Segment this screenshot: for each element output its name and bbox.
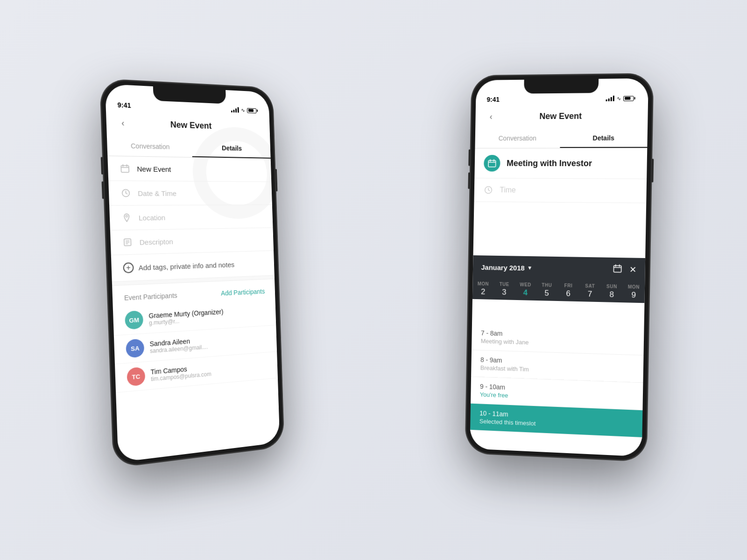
phone-left-screen: 9:41 ∿ ‹ New Event Conv [105, 84, 280, 462]
tab-details-left[interactable]: Details [191, 137, 270, 159]
event-title-text: Meeting with Investor [507, 158, 592, 168]
month-year-display[interactable]: January 2018 ▾ [481, 263, 531, 272]
svg-point-7 [126, 215, 127, 217]
svg-line-6 [126, 193, 127, 194]
weekday-wed[interactable]: WED 4 [514, 282, 536, 298]
add-participants-button[interactable]: Add Participants [221, 287, 265, 297]
form-row-location[interactable]: Location [109, 205, 273, 231]
datetime-form-icon [120, 188, 131, 198]
nav-bar-right: ‹ New Event [475, 104, 648, 128]
participant-info-gm: Graeme Murty (Organizer) g.murty@r... [148, 306, 266, 326]
phone-right: 9:41 ∿ ‹ New Event Conv [465, 73, 654, 462]
status-icons-left: ∿ [231, 106, 257, 113]
calendar-close-button[interactable]: ✕ [629, 265, 637, 275]
location-field: Location [139, 213, 166, 222]
weekday-fri[interactable]: FRI 6 [557, 283, 579, 299]
tabs-left: Conversation Details [107, 135, 271, 159]
back-button-right[interactable]: ‹ [485, 110, 498, 123]
calendar-picker: January 2018 ▾ [472, 255, 645, 303]
timeslots-container: 7 - 8am Meeting with Jane 8 - 9am Breakf… [470, 323, 644, 456]
datetime-field: Date & Time [138, 189, 176, 197]
avatar-gm: GM [125, 310, 143, 329]
event-name-field: New Event [137, 165, 171, 173]
status-icons-right: ∿ [606, 95, 634, 102]
event-time-row[interactable]: Time [474, 178, 647, 203]
tabs-right: Conversation Details [475, 127, 648, 148]
svg-rect-12 [488, 161, 496, 167]
vol-down-button-right [468, 172, 470, 189]
add-tags-label: Add tags, private info and notes [138, 260, 234, 272]
power-button [275, 169, 277, 191]
signal-icon-left [231, 107, 239, 112]
weekday-sat[interactable]: SAT 7 [579, 283, 601, 299]
form-row-datetime[interactable]: Date & Time [108, 181, 272, 206]
status-time-left: 9:41 [117, 101, 131, 109]
weekdays-row: MON 2 TUE 3 WED 4 THU 5 [472, 278, 645, 303]
signal-icon-right [606, 96, 614, 101]
phone-left: 9:41 ∿ ‹ New Event Conv [100, 79, 284, 468]
calendar-grid-icon[interactable] [613, 264, 622, 275]
calendar-event-icon [484, 155, 500, 172]
nav-title-left: New Event [170, 119, 212, 131]
avatar-tc: TC [127, 367, 145, 386]
time-field: Time [500, 186, 516, 194]
weekday-thu[interactable]: THU 5 [536, 282, 557, 298]
nav-title-right: New Event [539, 111, 582, 121]
participants-label: Event Participants [124, 292, 177, 302]
weekday-tue[interactable]: TUE 3 [493, 281, 515, 297]
month-dropdown-icon: ▾ [528, 265, 531, 271]
tab-details-right[interactable]: Details [560, 127, 648, 148]
calendar-actions: ✕ [613, 264, 636, 275]
event-section: Meeting with Investor Time [470, 148, 647, 457]
wifi-icon-left: ∿ [241, 107, 245, 113]
description-form-icon [122, 237, 133, 248]
battery-icon-left [247, 108, 256, 113]
form-section: New Event Date & Time [107, 156, 280, 462]
status-time-right: 9:41 [486, 96, 500, 103]
weekday-sun[interactable]: SUN 8 [601, 284, 623, 300]
back-button-left[interactable]: ‹ [116, 116, 130, 130]
battery-icon-right [623, 96, 634, 101]
vol-up-button [101, 157, 104, 175]
event-title-row[interactable]: Meeting with Investor [474, 148, 647, 179]
phone-right-screen: 9:41 ∿ ‹ New Event Conv [470, 78, 648, 457]
avatar-sa: SA [126, 339, 144, 358]
form-row-event[interactable]: New Event [107, 156, 271, 182]
description-field: Descripton [140, 237, 173, 246]
vol-down-button [102, 182, 105, 199]
tab-conversation-right[interactable]: Conversation [475, 128, 560, 148]
participant-info-sa: Sandra Aileen sandra.aileen@gmail.... [149, 332, 267, 355]
status-bar-right: 9:41 ∿ [476, 92, 648, 105]
svg-rect-0 [121, 166, 129, 173]
add-circle-icon: + [123, 262, 134, 273]
location-form-icon [121, 212, 132, 223]
tab-conversation-left[interactable]: Conversation [107, 135, 192, 157]
power-button-right [651, 159, 654, 182]
event-form-icon [120, 163, 130, 174]
weekday-mon[interactable]: MON 2 [472, 281, 494, 297]
calendar-header: January 2018 ▾ [473, 255, 645, 282]
participant-info-tc: Tim Campos tim.campos@pulsra.com [150, 359, 268, 383]
svg-rect-19 [613, 266, 621, 272]
vol-up-button-right [468, 149, 470, 166]
svg-line-18 [488, 190, 490, 191]
month-year-text: January 2018 [481, 263, 524, 272]
wifi-icon-right: ∿ [617, 95, 621, 101]
clock-icon [483, 185, 493, 195]
notch-right [524, 79, 599, 94]
weekday-mon2[interactable]: MON 9 [622, 284, 645, 300]
scene: 9:41 ∿ ‹ New Event Conv [70, 47, 677, 513]
